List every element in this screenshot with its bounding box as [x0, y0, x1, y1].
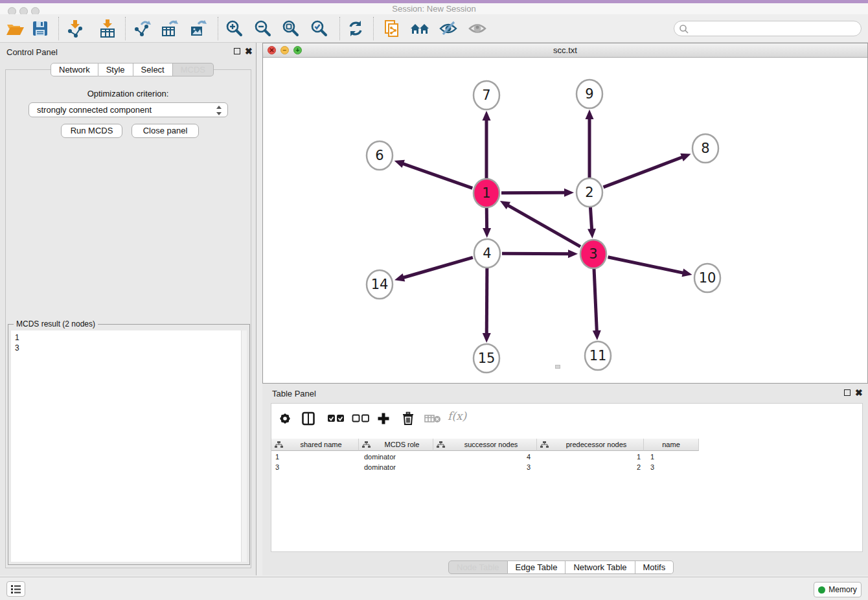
- zoom-in-icon[interactable]: [225, 19, 244, 38]
- cell-predecessor-nodes[interactable]: 2: [537, 462, 641, 472]
- arrowhead-icon: [588, 229, 596, 238]
- arrowhead-icon: [394, 273, 405, 281]
- float-panel-icon[interactable]: [234, 48, 240, 54]
- tab-select[interactable]: Select: [133, 63, 173, 76]
- node-6[interactable]: 6: [367, 141, 393, 170]
- houses-icon[interactable]: [410, 19, 429, 38]
- criterion-dropdown[interactable]: strongly connected component: [29, 102, 228, 117]
- mcds-result-group: MCDS result (2 nodes) 1 3: [8, 324, 250, 565]
- delete-column-icon[interactable]: [401, 411, 415, 428]
- search-field[interactable]: [674, 21, 862, 36]
- zoom-selected-icon[interactable]: [310, 19, 329, 38]
- edge-4-15[interactable]: [486, 268, 487, 335]
- criterion-value: strongly connected component: [37, 105, 152, 115]
- birds-eye-view-icon[interactable]: [468, 19, 487, 38]
- column-header-successor-nodes[interactable]: successor nodes: [433, 439, 537, 451]
- column-header-predecessor-nodes[interactable]: predecessor nodes: [537, 439, 644, 451]
- node-1[interactable]: 1: [474, 179, 499, 207]
- mcds-result-list[interactable]: 1 3: [11, 330, 247, 562]
- result-scrollbar[interactable]: [241, 330, 247, 562]
- toolbar-separator: [58, 17, 59, 40]
- show-columns-icon[interactable]: [301, 411, 315, 428]
- column-header-shared-name[interactable]: shared name: [271, 439, 359, 451]
- column-header-name[interactable]: name: [644, 439, 699, 451]
- cell-predecessor-nodes[interactable]: 1: [537, 452, 641, 462]
- node-14[interactable]: 14: [367, 270, 393, 299]
- column-header-mcds-role[interactable]: MCDS role: [359, 439, 433, 451]
- edge-1-6[interactable]: [402, 163, 472, 188]
- clone-network-icon[interactable]: [382, 19, 402, 38]
- tab-style[interactable]: Style: [98, 63, 133, 76]
- network-close-icon[interactable]: ✕: [268, 46, 276, 54]
- close-table-panel-icon[interactable]: ✖: [855, 389, 863, 397]
- cell-successor-nodes[interactable]: 3: [433, 462, 531, 472]
- node-7[interactable]: 7: [474, 81, 499, 110]
- import-table-icon[interactable]: [98, 19, 117, 38]
- node-10[interactable]: 10: [694, 264, 720, 292]
- edge-3-1[interactable]: [507, 205, 580, 247]
- network-titlebar[interactable]: ✕ − + scc.txt: [263, 43, 867, 58]
- export-image-icon[interactable]: [188, 19, 208, 38]
- cell-successor-nodes[interactable]: 4: [433, 452, 531, 462]
- edge-1-2[interactable]: [501, 192, 566, 193]
- export-table-icon[interactable]: [160, 19, 179, 38]
- task-history-button[interactable]: [6, 581, 25, 597]
- svg-text:14: 14: [371, 277, 389, 292]
- network-minimize-icon[interactable]: −: [280, 46, 289, 54]
- toolbar-separator: [373, 17, 374, 40]
- close-panel-button[interactable]: Close panel: [131, 124, 199, 138]
- zoom-fit-icon[interactable]: [281, 19, 301, 38]
- settings-gear-icon[interactable]: [278, 411, 292, 428]
- edge-3-11[interactable]: [594, 269, 597, 332]
- tab-mcds[interactable]: MCDS: [173, 63, 214, 76]
- cell-mcds-role[interactable]: dominator: [364, 462, 432, 472]
- arrowhead-icon: [564, 189, 574, 197]
- node-9[interactable]: 9: [577, 80, 602, 108]
- add-column-icon[interactable]: [376, 411, 391, 428]
- node-3[interactable]: 3: [580, 240, 606, 268]
- import-network-icon[interactable]: [65, 19, 85, 38]
- node-15[interactable]: 15: [474, 344, 499, 373]
- zoom-out-icon[interactable]: [253, 19, 273, 38]
- cell-mcds-role[interactable]: dominator: [364, 452, 432, 462]
- deselect-all-icon[interactable]: [352, 414, 370, 424]
- splitter-grip[interactable]: [555, 365, 560, 369]
- search-input[interactable]: [691, 22, 856, 35]
- select-all-icon[interactable]: [327, 414, 345, 424]
- export-network-icon[interactable]: [132, 19, 152, 38]
- task-list-icon: [7, 582, 25, 596]
- float-table-panel-icon[interactable]: [844, 389, 851, 396]
- network-graph[interactable]: 7968124314101511: [263, 58, 867, 383]
- cell-shared-name[interactable]: 3: [275, 462, 356, 472]
- cell-name[interactable]: 1: [650, 452, 696, 462]
- node-11[interactable]: 11: [585, 341, 611, 370]
- node-4[interactable]: 4: [474, 239, 500, 268]
- edge-3-10[interactable]: [608, 257, 685, 273]
- node-table-container: f(x) shared name MCDS role successor nod…: [271, 403, 863, 552]
- run-mcds-button[interactable]: Run MCDS: [61, 124, 122, 138]
- memory-button[interactable]: Memory: [814, 582, 862, 597]
- node-2[interactable]: 2: [577, 178, 602, 207]
- main-titlebar[interactable]: Session: New Session: [0, 3, 868, 14]
- hide-graphics-details-icon[interactable]: [439, 19, 458, 38]
- cell-shared-name[interactable]: 1: [275, 452, 356, 462]
- node-8[interactable]: 8: [692, 134, 718, 163]
- edge-2-3[interactable]: [590, 207, 591, 231]
- tab-edge-table[interactable]: Edge Table: [508, 560, 566, 574]
- status-bar: Memory: [0, 577, 868, 600]
- tab-motifs[interactable]: Motifs: [635, 560, 674, 574]
- network-maximize-icon[interactable]: +: [293, 46, 302, 54]
- save-session-icon[interactable]: [30, 19, 50, 38]
- edge-2-8[interactable]: [604, 157, 684, 187]
- network-canvas[interactable]: 7968124314101511: [263, 58, 867, 383]
- tab-node-table[interactable]: Node Table: [448, 560, 508, 574]
- edge-4-3[interactable]: [502, 253, 570, 254]
- cell-name[interactable]: 3: [650, 462, 696, 472]
- tab-network-table[interactable]: Network Table: [565, 560, 635, 574]
- apply-preferred-layout-icon[interactable]: [346, 19, 365, 38]
- tab-network[interactable]: Network: [51, 63, 98, 76]
- edge-4-14[interactable]: [402, 257, 473, 278]
- svg-text:11: 11: [589, 348, 607, 363]
- open-session-icon[interactable]: [5, 19, 25, 38]
- close-panel-icon[interactable]: ✖: [245, 47, 253, 55]
